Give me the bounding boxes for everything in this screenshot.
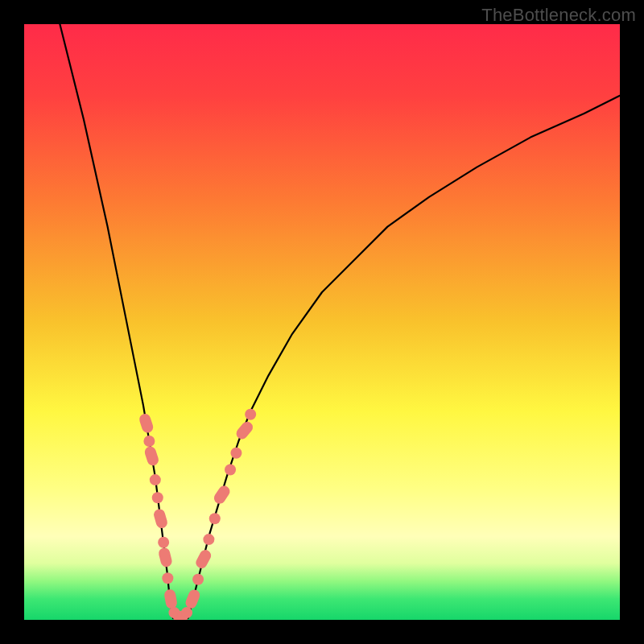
- marker-capsule: [212, 484, 232, 506]
- marker-dot: [143, 436, 155, 447]
- marker-dot: [181, 607, 192, 618]
- marker-capsule: [143, 445, 160, 467]
- marker-capsule: [194, 548, 213, 571]
- marker-capsule: [163, 588, 178, 609]
- marker-dot: [158, 537, 169, 548]
- curve-layer: [24, 24, 620, 620]
- watermark-text: TheBottleneck.com: [481, 5, 636, 26]
- marker-capsule: [184, 588, 201, 609]
- marker-dot: [150, 474, 161, 485]
- plot-area: [24, 24, 620, 620]
- marker-capsule: [152, 508, 168, 530]
- marker-dot: [152, 492, 163, 503]
- marker-dot: [230, 448, 242, 459]
- bottleneck-curve: [60, 24, 620, 619]
- curve-left-branch: [60, 24, 173, 618]
- marker-capsule: [138, 412, 155, 434]
- marker-capsule: [234, 419, 255, 441]
- marker-dot: [225, 464, 236, 476]
- marker-dot: [203, 534, 214, 545]
- outer-frame: TheBottleneck.com: [0, 0, 644, 644]
- marker-capsule: [158, 547, 173, 568]
- curve-right-branch: [188, 96, 621, 618]
- marker-dot: [192, 574, 204, 585]
- marker-dot: [245, 409, 256, 420]
- marker-dot: [162, 572, 173, 584]
- marker-dot: [209, 513, 221, 524]
